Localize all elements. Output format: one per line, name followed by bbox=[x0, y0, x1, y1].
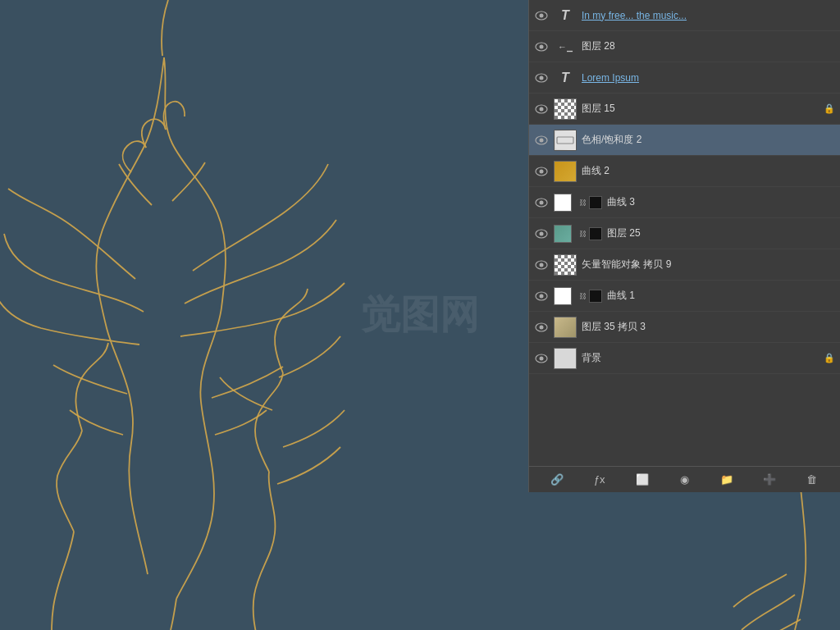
layer-name: 背景 bbox=[582, 351, 820, 365]
adjustment-button[interactable]: ◉ bbox=[675, 471, 693, 489]
layer-visibility-toggle[interactable] bbox=[534, 258, 549, 272]
layer-thumbnail: T bbox=[554, 67, 577, 89]
layer-name: 曲线 3 bbox=[607, 195, 835, 209]
layer-row[interactable]: ⛓图层 25 bbox=[529, 218, 840, 249]
group-button[interactable]: 📁 bbox=[718, 471, 736, 489]
layer-row[interactable]: 背景🔒 bbox=[529, 343, 840, 374]
layer-name: 曲线 1 bbox=[607, 289, 835, 303]
layer-name: 矢量智能对象 拷贝 9 bbox=[582, 258, 835, 272]
layer-row[interactable]: 图层 15🔒 bbox=[529, 94, 840, 125]
layer-visibility-toggle[interactable] bbox=[534, 164, 549, 179]
layer-name: 色相/饱和度 2 bbox=[582, 133, 835, 147]
layer-thumbnail bbox=[554, 98, 577, 120]
svg-point-21 bbox=[540, 262, 544, 267]
layer-row[interactable]: 曲线 2 bbox=[529, 156, 840, 187]
layer-row[interactable]: 色相/饱和度 2 bbox=[529, 125, 840, 156]
layer-row[interactable]: ⛓曲线 3 bbox=[529, 187, 840, 218]
layer-row[interactable]: TIn my free... the music... bbox=[529, 0, 840, 31]
layer-thumbnail bbox=[554, 348, 577, 369]
layer-row[interactable]: TLorem Ipsum bbox=[529, 62, 840, 94]
layer-thumbnail: ←⎯ bbox=[554, 36, 577, 57]
lock-icon: 🔒 bbox=[824, 103, 835, 114]
svg-point-11 bbox=[540, 138, 544, 142]
svg-rect-12 bbox=[555, 131, 575, 149]
delete-layer-button[interactable]: 🗑 bbox=[803, 471, 821, 489]
layer-name: 图层 35 拷贝 3 bbox=[582, 320, 835, 334]
layer-thumbnail: T bbox=[554, 5, 577, 26]
layers-list: TIn my free... the music...←⎯图层 28TLorem… bbox=[529, 0, 840, 466]
layer-name: In my free... the music... bbox=[582, 10, 835, 21]
svg-point-19 bbox=[540, 231, 544, 235]
layer-row[interactable]: 矢量智能对象 拷贝 9 bbox=[529, 249, 840, 281]
layer-visibility-toggle[interactable] bbox=[534, 320, 549, 335]
layer-row[interactable]: ←⎯图层 28 bbox=[529, 31, 840, 62]
layer-name: Lorem Ipsum bbox=[582, 72, 835, 84]
lock-icon: 🔒 bbox=[824, 353, 835, 363]
layer-visibility-toggle[interactable] bbox=[534, 226, 549, 241]
new-layer-button[interactable]: ➕ bbox=[760, 471, 778, 489]
layer-thumbnail: ⛓ bbox=[554, 225, 607, 243]
layers-panel: TIn my free... the music...←⎯图层 28TLorem… bbox=[528, 0, 840, 492]
layer-visibility-toggle[interactable] bbox=[534, 102, 549, 116]
layer-name: 曲线 2 bbox=[582, 164, 835, 178]
layer-visibility-toggle[interactable] bbox=[534, 133, 549, 148]
layer-thumbnail bbox=[554, 161, 577, 182]
layer-thumbnail: ⛓ bbox=[554, 194, 607, 212]
layer-row[interactable]: ⛓曲线 1 bbox=[529, 281, 840, 312]
svg-point-3 bbox=[540, 13, 544, 17]
layer-thumbnail bbox=[554, 317, 577, 338]
svg-point-15 bbox=[540, 169, 544, 173]
fx-button[interactable]: ƒx bbox=[591, 471, 609, 489]
layer-thumbnail bbox=[554, 254, 577, 276]
leaf-illustration: .gold-stroke { stroke: #d4a84b; stroke-w… bbox=[0, 0, 525, 630]
layers-toolbar: 🔗 ƒx ⬜ ◉ 📁 ➕ 🗑 bbox=[529, 466, 840, 492]
link-layers-button[interactable]: 🔗 bbox=[548, 471, 566, 489]
layer-visibility-toggle[interactable] bbox=[534, 351, 549, 366]
layer-visibility-toggle[interactable] bbox=[534, 289, 549, 304]
svg-point-5 bbox=[540, 44, 544, 48]
layer-visibility-toggle[interactable] bbox=[534, 39, 549, 54]
svg-point-27 bbox=[540, 356, 544, 360]
layer-visibility-toggle[interactable] bbox=[534, 71, 549, 85]
svg-point-9 bbox=[540, 107, 544, 111]
layer-visibility-toggle[interactable] bbox=[534, 8, 549, 23]
mask-button[interactable]: ⬜ bbox=[633, 471, 651, 489]
svg-point-17 bbox=[540, 200, 544, 204]
layer-row[interactable]: 图层 35 拷贝 3 bbox=[529, 312, 840, 343]
canvas: .gold-stroke { stroke: #d4a84b; stroke-w… bbox=[0, 0, 840, 630]
layer-thumbnail bbox=[554, 130, 577, 151]
layer-name: 图层 25 bbox=[607, 226, 835, 240]
svg-point-23 bbox=[540, 294, 544, 298]
layer-name: 图层 28 bbox=[582, 39, 835, 53]
svg-point-7 bbox=[540, 75, 544, 80]
layer-name: 图层 15 bbox=[582, 102, 820, 116]
svg-point-25 bbox=[540, 325, 544, 329]
layer-visibility-toggle[interactable] bbox=[534, 195, 549, 210]
layer-thumbnail: ⛓ bbox=[554, 287, 607, 305]
